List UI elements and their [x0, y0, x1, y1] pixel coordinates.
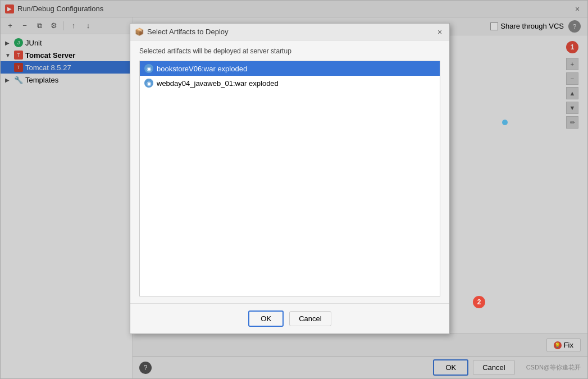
modal-title-icon: 📦: [135, 28, 144, 36]
modal-close-button[interactable]: ×: [435, 27, 445, 37]
main-window: ▶ Run/Debug Configurations × + − ⧉ ⚙ ↑ ↓…: [0, 0, 588, 379]
modal-cancel-button[interactable]: Cancel: [289, 311, 331, 326]
modal-title-bar: 📦 Select Artifacts to Deploy ×: [130, 24, 449, 40]
artifact-label-1: webday04_javaweb_01:war exploded: [157, 79, 279, 88]
modal-footer: 2 OK Cancel: [130, 303, 449, 334]
artifacts-list: ◉ bookstoreV06:war exploded ◉ webday04_j…: [139, 61, 440, 296]
modal-overlay: 📦 Select Artifacts to Deploy × Selected …: [1, 1, 587, 378]
modal-ok-button[interactable]: OK: [248, 310, 284, 327]
select-artifacts-modal: 📦 Select Artifacts to Deploy × Selected …: [130, 23, 450, 334]
modal-subtitle: Selected artifacts will be deployed at s…: [139, 47, 440, 55]
artifact-item-0[interactable]: ◉ bookstoreV06:war exploded: [140, 61, 440, 76]
badge-2-indicator: 2: [473, 296, 485, 308]
artifact-label-0: bookstoreV06:war exploded: [157, 65, 247, 73]
modal-title: Select Artifacts to Deploy: [147, 28, 229, 36]
artifact-icon-1: ◉: [144, 79, 153, 88]
modal-title-left: 📦 Select Artifacts to Deploy: [135, 28, 229, 36]
artifact-icon-0: ◉: [144, 64, 153, 73]
modal-body: Selected artifacts will be deployed at s…: [130, 40, 449, 303]
artifact-item-1[interactable]: ◉ webday04_javaweb_01:war exploded: [140, 76, 440, 90]
